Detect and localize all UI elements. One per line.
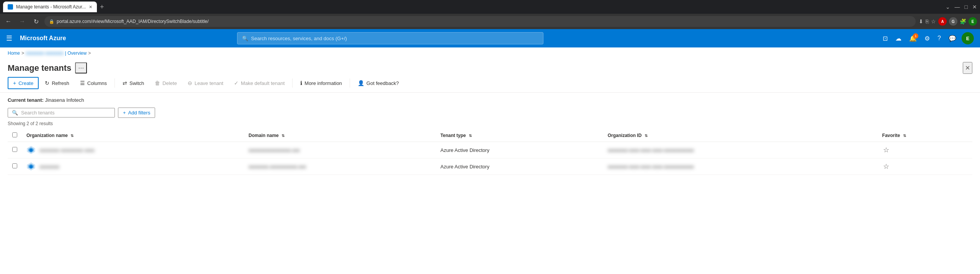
sort-org-name-icon: ⇅ [70,134,74,138]
leave-tenant-button[interactable]: ⊖ Leave tenant [183,78,228,88]
browser-chrome: Manage tenants - Microsoft Azur... ✕ + ⌄… [0,0,980,14]
search-tenants-input[interactable] [21,110,111,116]
leave-icon: ⊖ [188,80,192,86]
row2-checkbox-cell[interactable] [8,158,22,175]
row1-checkbox[interactable] [12,147,17,152]
select-all-checkbox[interactable] [12,132,17,137]
columns-icon: ☰ [80,80,85,86]
columns-button[interactable]: ☰ Columns [75,78,111,88]
feedback-button[interactable]: 👤 Got feedback? [353,78,404,88]
search-filter-row: 🔍 + Add filters [8,108,972,118]
help-icon[interactable]: ? [935,33,943,44]
row2-checkbox[interactable] [12,163,17,168]
create-button[interactable]: + Create [8,77,39,89]
create-label: Create [18,80,33,86]
hamburger-menu-button[interactable]: ☰ [6,34,12,42]
user-avatar[interactable]: E [962,32,974,44]
row2-favorite[interactable]: ☆ [878,158,972,175]
global-search-box[interactable]: 🔍 [237,32,543,44]
global-search-input[interactable] [251,36,538,41]
search-box-icon: 🔍 [12,110,18,116]
row2-org-id-text: xxxxxxxx-xxxx-xxxx-xxxx-xxxxxxxxxxxx [608,164,694,170]
sort-org-id-icon: ⇅ [645,134,648,138]
browser-tab[interactable]: Manage tenants - Microsoft Azur... ✕ [3,2,97,12]
row1-org-name-text: xxxxxxxx xxxxxxxxx xxxx [39,147,95,153]
close-panel-button[interactable]: ✕ [963,62,972,74]
back-button[interactable]: ← [3,16,14,27]
maximize-button[interactable]: □ [965,4,968,10]
row2-org-cell: xxxxxxxx [26,162,239,171]
breadcrumb: Home > xxxxxxxx xxxxxxxx | Overview > [0,47,980,59]
chevron-down-icon[interactable]: ⌄ [946,4,950,10]
more-info-button[interactable]: ℹ More information [296,78,347,88]
row1-org-name: xxxxxxxx xxxxxxxxx xxxx [22,142,244,158]
delete-button[interactable]: 🗑 Delete [150,78,182,88]
sort-favorite-icon: ⇅ [903,134,906,138]
azure-topbar: ☰ Microsoft Azure 🔍 ⊡ ☁ 🔔 1 ⚙ ? 💬 E [0,29,980,47]
forward-button[interactable]: → [17,16,28,27]
col-org-id[interactable]: Organization ID ⇅ [603,129,878,142]
refresh-icon: ↻ [45,80,49,86]
switch-button[interactable]: ⇄ Switch [118,78,149,88]
row1-favorite-button[interactable]: ☆ [882,145,890,155]
breadcrumb-home[interactable]: Home [8,51,20,56]
search-box[interactable]: 🔍 [8,108,115,117]
leave-tenant-label: Leave tenant [195,80,223,86]
browser-extension-1[interactable]: A [938,17,947,26]
breadcrumb-separator-1: > [21,51,24,56]
row2-org-id: xxxxxxxx-xxxx-xxxx-xxxx-xxxxxxxxxxxx [603,158,878,175]
make-default-button[interactable]: ✓ Make default tenant [229,78,289,88]
col-tenant-type-label: Tenant type [440,133,466,138]
breadcrumb-tenant[interactable]: xxxxxxxx xxxxxxxx | Overview [26,51,87,56]
breadcrumb-separator-2: > [88,51,91,56]
col-tenant-type[interactable]: Tenant type ⇅ [436,129,603,142]
current-tenant-label: Current tenant: [8,97,44,103]
download-icon[interactable]: ⬇ [919,18,923,24]
browser-extension-2[interactable]: G [949,17,957,26]
row1-org-id: xxxxxxxx-xxxx-xxxx-xxxx-xxxxxxxxxxxx [603,142,878,158]
row1-org-id-text: xxxxxxxx-xxxx-xxxx-xxxx-xxxxxxxxxxxx [608,147,694,153]
row1-domain: xxxxxxxxxxxxxxxxx.xxx [244,142,436,158]
row1-favorite[interactable]: ☆ [878,142,972,158]
close-window-button[interactable]: ✕ [972,4,977,10]
columns-label: Columns [87,80,107,86]
col-favorite[interactable]: Favorite ⇅ [878,129,972,142]
more-options-button[interactable]: ··· [75,62,87,73]
reload-button[interactable]: ↻ [31,16,41,27]
row2-favorite-button[interactable]: ☆ [882,161,890,171]
minimize-button[interactable]: — [955,4,960,10]
add-filters-button[interactable]: + Add filters [118,108,155,118]
col-favorite-label: Favorite [882,133,900,138]
extensions-icon[interactable]: 🧩 [960,18,966,24]
row2-tenant-type: Azure Active Directory [436,158,603,175]
col-org-name[interactable]: Organization name ⇅ [22,129,244,142]
row1-tenant-type: Azure Active Directory [436,142,603,158]
cloud-shell-icon[interactable]: ⊡ [880,33,890,44]
tab-close-button[interactable]: ✕ [89,5,92,10]
toolbar-separator-1 [115,78,115,88]
col-domain-name[interactable]: Domain name ⇅ [244,129,436,142]
browser-profile[interactable]: E [969,17,977,26]
table-header-row: Organization name ⇅ Domain name ⇅ Tenant… [8,129,972,142]
tab-favicon [8,4,13,10]
row2-domain: xxxxxxxx.xxxxxxxxxxx.xxx [244,158,436,175]
bookmark-icon[interactable]: ☆ [931,18,936,24]
col-org-name-label: Organization name [26,133,68,138]
delete-label: Delete [162,80,177,86]
refresh-label: Refresh [52,80,69,86]
browser-window-controls: ⌄ — □ ✕ [946,4,977,10]
new-tab-button[interactable]: + [100,3,104,11]
notification-badge: 1 [913,33,918,39]
row1-checkbox-cell[interactable] [8,142,22,158]
copilot-icon[interactable]: ☁ [893,33,904,44]
page-title: Manage tenants [8,63,71,73]
notifications-icon[interactable]: 🔔 1 [907,33,919,44]
feedback-icon[interactable]: 💬 [946,33,959,44]
settings-icon[interactable]: ⚙ [922,33,932,44]
refresh-button[interactable]: ↻ Refresh [40,78,74,88]
share-icon[interactable]: ⎘ [926,18,929,24]
address-bar[interactable]: 🔒 portal.azure.com/#view/Microsoft_AAD_I… [44,16,916,27]
address-bar-row: ← → ↻ 🔒 portal.azure.com/#view/Microsoft… [0,14,980,29]
azure-logo: Microsoft Azure [20,35,66,42]
select-all-header[interactable] [8,129,22,142]
